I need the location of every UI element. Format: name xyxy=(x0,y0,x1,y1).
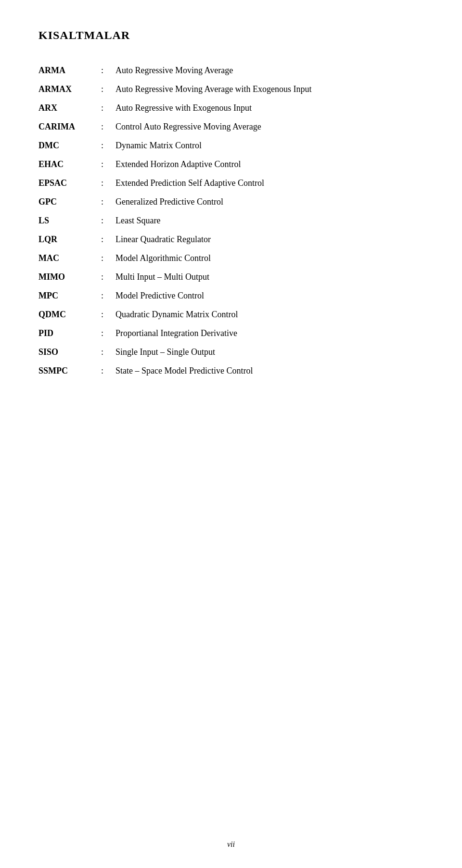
abbreviation-description: Model Algorithmic Control xyxy=(116,249,424,268)
colon-separator: : xyxy=(101,80,116,99)
table-row: EPSAC:Extended Prediction Self Adaptive … xyxy=(38,174,424,193)
table-row: MIMO:Multi Input – Multi Output xyxy=(38,268,424,286)
colon-separator: : xyxy=(101,117,116,136)
abbreviation-description: Least Square xyxy=(116,211,424,230)
abbreviation-term: MPC xyxy=(38,286,101,305)
table-row: SSMPC:State – Space Model Predictive Con… xyxy=(38,362,424,380)
colon-separator: : xyxy=(101,230,116,249)
abbreviation-term: ARMAX xyxy=(38,80,101,99)
table-row: LQR:Linear Quadratic Regulator xyxy=(38,230,424,249)
abbreviation-term: ARX xyxy=(38,99,101,117)
abbreviation-description: Proportianal Integration Derivative xyxy=(116,324,424,343)
abbreviation-description: Single Input – Single Output xyxy=(116,343,424,362)
table-row: DMC:Dynamic Matrix Control xyxy=(38,136,424,155)
table-row: ARMA:Auto Regressive Moving Average xyxy=(38,61,424,80)
abbreviation-term: DMC xyxy=(38,136,101,155)
abbreviation-term: MAC xyxy=(38,249,101,268)
abbreviation-description: Dynamic Matrix Control xyxy=(116,136,424,155)
abbreviation-description: Extended Prediction Self Adaptive Contro… xyxy=(116,174,424,193)
abbreviation-table: ARMA:Auto Regressive Moving AverageARMAX… xyxy=(38,61,424,380)
table-row: GPC:Generalized Predictive Control xyxy=(38,193,424,211)
table-row: CARIMA:Control Auto Regressive Moving Av… xyxy=(38,117,424,136)
abbreviation-term: SSMPC xyxy=(38,362,101,380)
abbreviation-term: EHAC xyxy=(38,155,101,174)
abbreviation-term: CARIMA xyxy=(38,117,101,136)
colon-separator: : xyxy=(101,286,116,305)
abbreviation-term: EPSAC xyxy=(38,174,101,193)
abbreviation-description: Linear Quadratic Regulator xyxy=(116,230,424,249)
colon-separator: : xyxy=(101,362,116,380)
page-number: vii xyxy=(227,840,235,849)
abbreviation-term: MIMO xyxy=(38,268,101,286)
colon-separator: : xyxy=(101,61,116,80)
page-title: KISALTMALAR xyxy=(38,29,424,42)
abbreviation-term: LS xyxy=(38,211,101,230)
abbreviation-description: Auto Regressive Moving Average with Exog… xyxy=(116,80,424,99)
abbreviation-term: PID xyxy=(38,324,101,343)
table-row: SISO:Single Input – Single Output xyxy=(38,343,424,362)
colon-separator: : xyxy=(101,343,116,362)
abbreviation-description: Auto Regressive Moving Average xyxy=(116,61,424,80)
table-row: LS:Least Square xyxy=(38,211,424,230)
abbreviation-term: QDMC xyxy=(38,305,101,324)
colon-separator: : xyxy=(101,155,116,174)
abbreviation-description: Quadratic Dynamic Matrix Control xyxy=(116,305,424,324)
table-row: ARMAX:Auto Regressive Moving Average wit… xyxy=(38,80,424,99)
colon-separator: : xyxy=(101,211,116,230)
colon-separator: : xyxy=(101,249,116,268)
abbreviation-description: Extended Horizon Adaptive Control xyxy=(116,155,424,174)
colon-separator: : xyxy=(101,174,116,193)
page: KISALTMALAR ARMA:Auto Regressive Moving … xyxy=(0,0,462,868)
abbreviation-term: GPC xyxy=(38,193,101,211)
abbreviation-description: Multi Input – Multi Output xyxy=(116,268,424,286)
abbreviation-description: Model Predictive Control xyxy=(116,286,424,305)
table-row: MPC:Model Predictive Control xyxy=(38,286,424,305)
abbreviation-description: State – Space Model Predictive Control xyxy=(116,362,424,380)
colon-separator: : xyxy=(101,268,116,286)
table-row: MAC:Model Algorithmic Control xyxy=(38,249,424,268)
colon-separator: : xyxy=(101,99,116,117)
abbreviation-description: Generalized Predictive Control xyxy=(116,193,424,211)
abbreviation-term: SISO xyxy=(38,343,101,362)
abbreviation-description: Control Auto Regressive Moving Average xyxy=(116,117,424,136)
abbreviation-term: LQR xyxy=(38,230,101,249)
table-row: QDMC:Quadratic Dynamic Matrix Control xyxy=(38,305,424,324)
colon-separator: : xyxy=(101,324,116,343)
table-row: EHAC:Extended Horizon Adaptive Control xyxy=(38,155,424,174)
abbreviation-term: ARMA xyxy=(38,61,101,80)
abbreviation-description: Auto Regressive with Exogenous Input xyxy=(116,99,424,117)
colon-separator: : xyxy=(101,193,116,211)
colon-separator: : xyxy=(101,305,116,324)
table-row: PID:Proportianal Integration Derivative xyxy=(38,324,424,343)
table-row: ARX:Auto Regressive with Exogenous Input xyxy=(38,99,424,117)
colon-separator: : xyxy=(101,136,116,155)
